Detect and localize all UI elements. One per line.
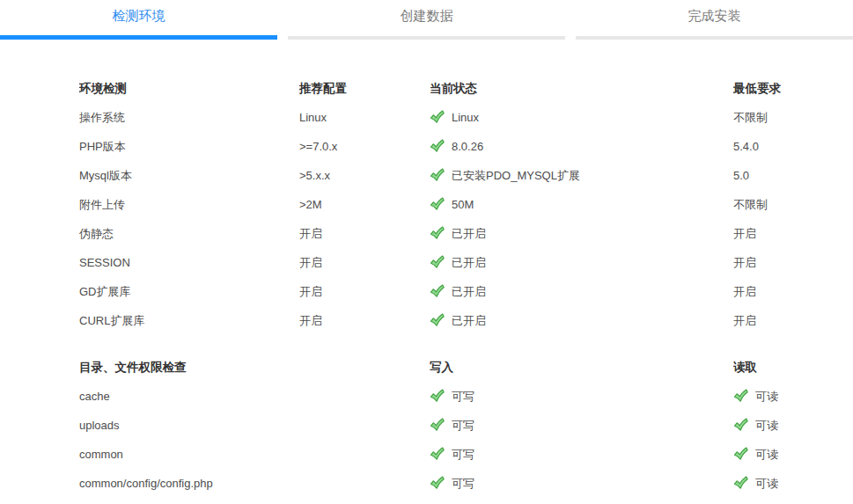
col-header-environment: 环境检测 (79, 81, 299, 97)
check-ok-icon (733, 476, 748, 491)
env-minimum: 不限制 (733, 197, 835, 213)
env-recommended: 开启 (299, 313, 430, 329)
check-ok-icon (733, 418, 748, 433)
table-row: common 可写 可读 (79, 440, 835, 469)
perm-read: 可读 (755, 418, 778, 434)
tab-finish-install[interactable]: 完成安装 (576, 0, 853, 40)
env-current: 已开启 (452, 255, 486, 271)
col-header-permission-check: 目录、文件权限检查 (79, 360, 299, 376)
env-name: 操作系统 (79, 110, 299, 126)
table-row: 附件上传 >2M 50M 不限制 (79, 190, 835, 219)
perm-path: uploads (79, 419, 299, 432)
table-row: PHP版本 >=7.0.x 8.0.26 5.4.0 (79, 132, 835, 161)
main-content: 环境检测 推荐配置 当前状态 最低要求 操作系统 Linux Linux 不限制… (0, 74, 853, 498)
check-ok-icon (430, 139, 445, 154)
perm-path: common (79, 448, 299, 461)
check-ok-icon (733, 447, 748, 462)
tab-check-environment[interactable]: 检测环境 (0, 0, 277, 40)
env-name: PHP版本 (79, 139, 299, 155)
table-row: CURL扩展库 开启 已开启 开启 (79, 306, 835, 335)
check-ok-icon (430, 447, 445, 462)
tab-create-data[interactable]: 创建数据 (288, 0, 565, 40)
env-current: 50M (452, 198, 474, 211)
check-ok-icon (430, 226, 445, 241)
env-minimum: 开启 (733, 255, 835, 271)
env-name: SESSION (79, 256, 299, 269)
col-header-write: 写入 (430, 360, 733, 376)
env-minimum: 不限制 (733, 110, 835, 126)
table-row: 操作系统 Linux Linux 不限制 (79, 103, 835, 132)
env-name: 附件上传 (79, 197, 299, 213)
table-row: cache 可写 可读 (79, 382, 835, 411)
env-current: 已开启 (452, 284, 486, 300)
tab-label: 创建数据 (288, 0, 565, 25)
table-row: Mysql版本 >5.x.x 已安装PDO_MYSQL扩展 5.0 (79, 161, 835, 190)
env-name: 伪静态 (79, 226, 299, 242)
env-current: 8.0.26 (452, 140, 483, 153)
col-header-minimum: 最低要求 (733, 81, 835, 97)
col-header-read: 读取 (733, 360, 835, 376)
tab-indicator (288, 36, 565, 40)
perm-write: 可写 (452, 447, 474, 463)
perm-read: 可读 (755, 476, 778, 492)
perm-path: common/config/config.php (79, 477, 299, 490)
env-minimum: 开启 (733, 226, 835, 242)
env-minimum: 开启 (733, 313, 835, 329)
perm-write: 可写 (452, 389, 474, 405)
env-minimum: 5.0 (733, 169, 835, 182)
check-ok-icon (430, 284, 445, 299)
permissions-table: 目录、文件权限检查 写入 读取 cache 可写 可读 uploads 可写 (79, 353, 835, 498)
tab-label: 完成安装 (576, 0, 853, 25)
tab-indicator (576, 36, 853, 40)
check-ok-icon (430, 255, 445, 270)
check-ok-icon (430, 110, 445, 125)
table-row: 伪静态 开启 已开启 开启 (79, 219, 835, 248)
env-minimum: 开启 (733, 284, 835, 300)
check-ok-icon (430, 389, 445, 404)
check-ok-icon (733, 389, 748, 404)
env-minimum: 5.4.0 (733, 140, 835, 153)
col-header-recommended: 推荐配置 (299, 81, 430, 97)
check-ok-icon (430, 313, 445, 328)
environment-table: 环境检测 推荐配置 当前状态 最低要求 操作系统 Linux Linux 不限制… (79, 74, 835, 335)
tab-label: 检测环境 (0, 0, 277, 25)
environment-table-header: 环境检测 推荐配置 当前状态 最低要求 (79, 74, 835, 103)
env-recommended: 开启 (299, 226, 430, 242)
env-name: Mysql版本 (79, 168, 299, 184)
perm-read: 可读 (755, 447, 778, 463)
table-row: uploads 可写 可读 (79, 411, 835, 440)
env-recommended: >=7.0.x (299, 140, 430, 153)
check-ok-icon (430, 168, 445, 183)
step-tabs: 检测环境 创建数据 完成安装 (0, 0, 853, 40)
env-recommended: Linux (299, 111, 430, 124)
tab-active-indicator (0, 35, 277, 40)
env-recommended: 开启 (299, 255, 430, 271)
perm-write: 可写 (452, 418, 474, 434)
perm-path: cache (79, 390, 299, 403)
check-ok-icon (430, 418, 445, 433)
env-current: 已安装PDO_MYSQL扩展 (452, 168, 580, 184)
env-recommended: >5.x.x (299, 169, 430, 182)
check-ok-icon (430, 476, 445, 491)
perm-write: 可写 (452, 476, 474, 492)
table-row: GD扩展库 开启 已开启 开启 (79, 277, 835, 306)
env-current: 已开启 (452, 226, 486, 242)
permissions-table-header: 目录、文件权限检查 写入 读取 (79, 353, 835, 382)
env-recommended: 开启 (299, 284, 430, 300)
table-row: common/config/config.php 可写 可读 (79, 469, 835, 498)
env-current: Linux (452, 111, 479, 124)
env-name: CURL扩展库 (79, 313, 299, 329)
env-recommended: >2M (299, 198, 430, 211)
env-name: GD扩展库 (79, 284, 299, 300)
col-header-current: 当前状态 (430, 81, 733, 97)
perm-read: 可读 (755, 389, 778, 405)
check-ok-icon (430, 197, 445, 212)
env-current: 已开启 (452, 313, 486, 329)
table-row: SESSION 开启 已开启 开启 (79, 248, 835, 277)
